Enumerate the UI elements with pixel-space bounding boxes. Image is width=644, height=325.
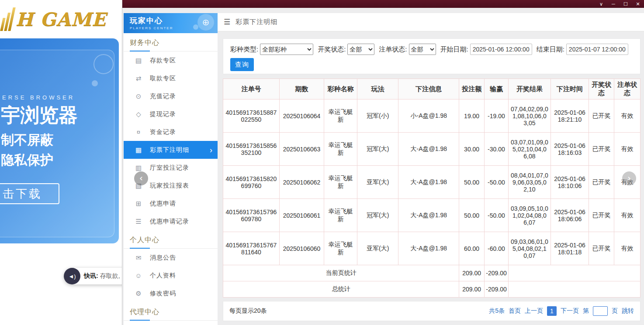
jump-button[interactable]: 跳转 (622, 307, 634, 315)
table-header-row: 注单号期数彩种名称玩法下注信息投注额输赢开奖结果下注时间开奖状态注单状态 (223, 79, 641, 99)
cell-amount: 19.00 (459, 99, 484, 133)
cell-winloss: -50.00 (484, 166, 508, 199)
bell-icon: ✉ (133, 254, 144, 262)
cell-bet-info: 大-A盘@1.98 (398, 133, 459, 166)
carousel-right-arrow[interactable]: › (622, 171, 636, 185)
minimize-icon[interactable]: ─ (607, 0, 620, 8)
sidebar-item-recharge-records[interactable]: ⊙ 充值记录 (124, 87, 218, 105)
close-icon[interactable]: ✕ (632, 0, 644, 8)
cell-order-status: 有效 (614, 232, 640, 265)
sidebar-header: 玩家中心 PLAYERS CENTER ⊕ (124, 13, 218, 33)
promo-headline: 宇浏览器 (1, 103, 78, 128)
sidebar-section-finance: 财务中心 (124, 33, 218, 51)
column-header: 开奖结果 (509, 79, 551, 99)
cell-bet-info: 大-A盘@1.98 (398, 166, 459, 199)
user-icon: ☺ (133, 272, 144, 279)
total-count: 共5条 (489, 307, 505, 315)
cell-order-status: 有效 (614, 133, 640, 166)
cell-play: 亚军(大) (357, 166, 398, 199)
summary-amount: 209.00 (459, 281, 484, 298)
search-button[interactable]: 查询 (230, 58, 254, 71)
sidebar-item-change-password[interactable]: ⚙ 修改密码 (124, 284, 218, 302)
table-row: 40156917361588702255020250106064幸运飞艇新冠军(… (223, 99, 641, 133)
cell-lottery: 幸运飞艇新 (324, 166, 357, 199)
cell-play: 亚军(大) (357, 232, 398, 265)
summary-amount: 209.00 (459, 265, 484, 281)
summary-row: 总统计209.00-209.00 (223, 281, 641, 298)
end-date-input[interactable] (566, 44, 628, 55)
sidebar-item-fund-records[interactable]: ¤ 资金记录 (124, 123, 218, 141)
column-header: 下注信息 (398, 79, 459, 99)
cell-order-no: 401569173615767811640 (223, 232, 280, 265)
sidebar-item-lottery-bet-details[interactable]: ▦ 彩票下注明细 › (124, 141, 218, 159)
draw-status-select[interactable]: 全部 (347, 44, 374, 55)
carousel-left-arrow[interactable]: ‹ (134, 171, 148, 185)
cell-period: 20250106063 (279, 133, 324, 166)
cell-bet-info: 大-A盘@1.98 (398, 232, 459, 265)
cash-out-icon: ◇ (133, 110, 144, 118)
promo-en-text: ERSE BROWSER (2, 94, 75, 101)
summary-empty (509, 265, 641, 281)
column-header: 开奖状态 (589, 79, 614, 99)
brand-logo: H GAME (0, 0, 122, 38)
per-page-label: 每页显示20条 (229, 307, 267, 315)
ticker-label: 快讯: (84, 272, 98, 280)
ticker-text: 存取款, (100, 272, 120, 280)
cell-period: 20250106062 (279, 166, 324, 199)
sidebar-item-messages[interactable]: ✉ 消息公告 (124, 249, 218, 267)
sidebar-item-withdrawal-records[interactable]: ◇ 提现记录 (124, 105, 218, 123)
prev-page-link[interactable]: 上一页 (525, 307, 543, 315)
cell-lottery: 幸运飞艇新 (324, 199, 357, 232)
cell-order-no: 401569173615820699760 (223, 166, 280, 199)
cell-draw-status: 已开奖 (589, 99, 614, 133)
cell-play: 冠军(大) (357, 199, 398, 232)
summary-row: 当前页统计209.00-209.00 (223, 265, 641, 281)
cell-order-status: 有效 (614, 99, 640, 133)
cell-lottery: 幸运飞艇新 (324, 99, 357, 133)
start-date-label: 开始日期: (440, 45, 468, 54)
cell-winloss: -60.00 (484, 232, 508, 265)
column-header: 输赢 (484, 79, 508, 99)
cell-amount: 50.00 (459, 199, 484, 232)
main-content: ☰ 彩票下注明细 彩种类型: 全部彩种 开奖状态: 全部 注单状态: 全部 开始… (218, 8, 644, 325)
cell-draw-status: 已开奖 (589, 199, 614, 232)
cell-bet-time: 2025-01-06 18:21:10 (551, 99, 589, 133)
cell-bet-info: 大-A盘@1.98 (398, 199, 459, 232)
first-page-link[interactable]: 首页 (509, 307, 521, 315)
recharge-icon: ⊙ (133, 92, 144, 100)
sidebar-item-promo-apply-records[interactable]: ☰ 优惠申请记录 (124, 212, 218, 230)
chevron-down-icon[interactable]: ∨ (595, 0, 607, 8)
cell-period: 20250106064 (279, 99, 324, 133)
globe-icon: ⊕ (197, 14, 214, 31)
bet-records-table-card: 注单号期数彩种名称玩法下注信息投注额输赢开奖结果下注时间开奖状态注单状态 401… (223, 79, 641, 298)
cell-bet-info: 小-A盘@1.98 (398, 99, 459, 133)
summary-label: 当前页统计 (223, 265, 459, 281)
cell-period: 20250106060 (279, 232, 324, 265)
lottery-type-select[interactable]: 全部彩种 (260, 44, 313, 55)
download-button[interactable]: 击下载 (0, 183, 59, 204)
lottery-type-label: 彩种类型: (230, 45, 258, 54)
maximize-icon[interactable]: ☐ (620, 0, 632, 8)
sidebar-item-withdraw[interactable]: ⇄ 取款专区 (124, 69, 218, 87)
sidebar-item-promo-apply[interactable]: ⊞ 优惠申请 (124, 195, 218, 212)
sidebar-item-deposit[interactable]: ▤ 存款专区 (124, 51, 218, 69)
promo-feature-2: 隐私保护 (1, 151, 53, 169)
cell-bet-time: 2025-01-06 18:06:06 (551, 199, 589, 232)
cell-draw-status: 已开奖 (589, 133, 614, 166)
ticket-icon: ⊞ (133, 200, 144, 208)
cell-bet-time: 2025-01-06 18:01:18 (551, 232, 589, 265)
jump-page-input[interactable] (593, 306, 608, 316)
column-header: 期数 (279, 79, 324, 99)
list-icon: ☰ (133, 218, 144, 226)
news-ticker[interactable]: ◄) 快讯: 存取款, (64, 268, 122, 284)
sidebar-item-profile[interactable]: ☺ 个人资料 (124, 267, 218, 284)
promo-banner[interactable]: ERSE BROWSER 宇浏览器 制不屏蔽 隐私保护 击下载 (0, 38, 119, 243)
hamburger-icon[interactable]: ☰ (224, 17, 230, 27)
next-page-link[interactable]: 下一页 (561, 307, 579, 315)
cell-bet-time: 2025-01-06 18:16:03 (551, 133, 589, 166)
table-row: 40156917361576781164020250106060幸运飞艇新亚军(… (223, 232, 641, 265)
content-topbar: ☰ 彩票下注明细 (218, 13, 644, 31)
start-date-input[interactable] (470, 44, 532, 55)
cell-play: 冠军(大) (357, 133, 398, 166)
order-status-select[interactable]: 全部 (409, 44, 436, 55)
